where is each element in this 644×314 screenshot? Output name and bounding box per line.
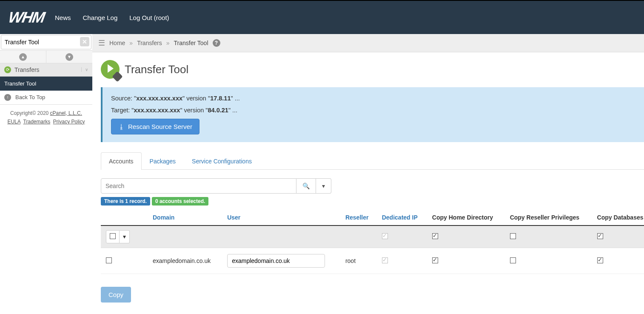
breadcrumb-current: Transfer Tool	[174, 40, 208, 46]
scroll-down-button[interactable]: ▼	[46, 51, 92, 63]
row-copy-home-checkbox[interactable]	[432, 257, 438, 263]
rescan-source-button[interactable]: ⭳ Rescan Source Server	[111, 119, 199, 134]
copy-reseller-all-checkbox[interactable]	[510, 233, 516, 239]
cell-domain: exampledomain.co.uk	[148, 248, 222, 274]
clear-search-icon[interactable]: ✕	[80, 37, 89, 46]
nav-news[interactable]: News	[55, 14, 71, 21]
tab-packages[interactable]: Packages	[142, 152, 184, 170]
menu-toggle-icon[interactable]: ☰	[98, 38, 105, 48]
breadcrumb-home[interactable]: Home	[109, 40, 125, 46]
copy-home-all-checkbox[interactable]	[432, 233, 438, 239]
search-button[interactable]: 🔍	[296, 178, 316, 194]
copy-db-all-checkbox[interactable]	[597, 233, 603, 239]
table-search-input[interactable]	[101, 178, 296, 194]
copy-button[interactable]: Copy	[101, 287, 131, 303]
download-icon: ⭳	[118, 123, 125, 130]
record-count-badge: There is 1 record.	[101, 197, 150, 206]
select-all-dropdown[interactable]: ▾	[120, 230, 130, 243]
trademarks-link[interactable]: Trademarks	[23, 119, 51, 125]
nav-logout[interactable]: Log Out (root)	[129, 14, 169, 21]
cell-reseller: root	[340, 248, 377, 274]
transfer-tool-icon	[101, 60, 120, 79]
col-domain[interactable]: Domain	[148, 210, 222, 226]
caret-down-icon: ▾	[322, 183, 325, 189]
nav-change-log[interactable]: Change Log	[83, 14, 117, 21]
col-user[interactable]: User	[222, 210, 340, 226]
privacy-link[interactable]: Privacy Policy	[53, 119, 85, 125]
breadcrumb-sep: »	[166, 40, 170, 46]
tab-accounts[interactable]: Accounts	[101, 152, 142, 170]
row-dedicated-ip-checkbox	[382, 257, 388, 263]
row-select-checkbox[interactable]	[106, 257, 112, 263]
col-copy-reseller: Copy Reseller Privileges	[505, 210, 592, 226]
tab-service-configurations[interactable]: Service Configurations	[184, 152, 260, 170]
search-icon: 🔍	[302, 183, 310, 189]
help-icon[interactable]: ?	[213, 39, 220, 47]
select-all-checkbox[interactable]	[106, 230, 120, 243]
arrow-up-icon: ↑	[4, 94, 11, 101]
scroll-up-button[interactable]: ▲	[0, 51, 46, 63]
dedicated-ip-all-checkbox	[382, 233, 388, 239]
sidebar-item-transfer-tool[interactable]: Transfer Tool	[0, 77, 92, 91]
cpanel-link[interactable]: cPanel, L.L.C.	[50, 110, 82, 116]
breadcrumb-sep: »	[129, 40, 133, 46]
col-reseller[interactable]: Reseller	[340, 210, 377, 226]
sidebar-search-input[interactable]	[1, 35, 91, 49]
col-copy-db: Copy Databases	[592, 210, 644, 226]
selected-count-badge: 0 accounts selected.	[152, 197, 208, 206]
col-dedicated-ip[interactable]: Dedicated IP	[377, 210, 427, 226]
sidebar-footer: Copyright© 2020 cPanel, L.L.C. EULA Trad…	[0, 105, 92, 131]
search-options-dropdown[interactable]: ▾	[316, 178, 331, 194]
col-copy-home: Copy Home Directory	[427, 210, 505, 226]
transfers-icon: ⟳	[4, 66, 11, 73]
row-copy-reseller-checkbox[interactable]	[510, 257, 516, 263]
whm-logo: WHM	[7, 9, 46, 26]
chevron-down-icon: ∨	[81, 67, 88, 72]
rescan-label: Rescan Source Server	[128, 123, 192, 130]
breadcrumb-transfers[interactable]: Transfers	[137, 40, 162, 46]
sidebar-group-transfers[interactable]: ⟳ Transfers ∨	[0, 63, 92, 77]
back-to-top-button[interactable]: ↑ Back To Top	[0, 91, 92, 105]
eula-link[interactable]: EULA	[7, 119, 20, 125]
page-title: Transfer Tool	[125, 63, 188, 76]
sidebar-group-label: Transfers	[14, 66, 81, 73]
server-info-box: Source: "xxx.xxx.xxx.xxx" version "17.8.…	[101, 87, 644, 142]
back-to-top-label: Back To Top	[15, 94, 45, 100]
row-copy-db-checkbox[interactable]	[597, 257, 603, 263]
user-input[interactable]	[227, 254, 325, 268]
